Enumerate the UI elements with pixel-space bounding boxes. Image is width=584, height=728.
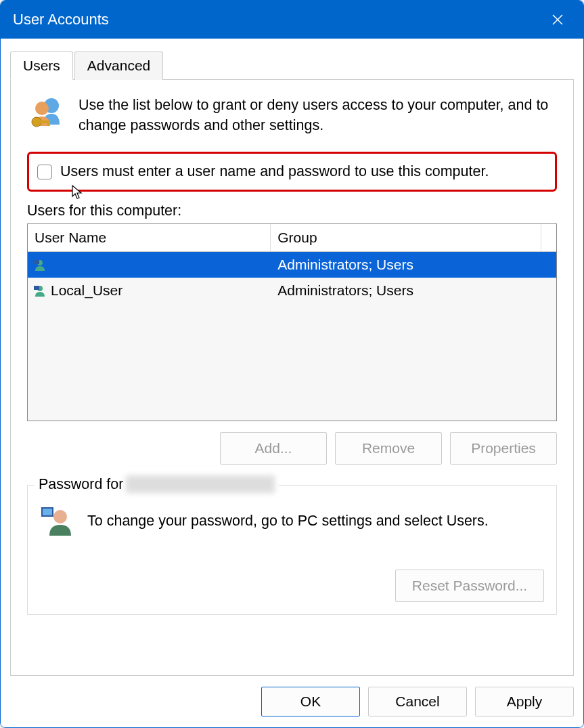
require-login-checkbox[interactable] [37, 165, 52, 179]
close-icon [552, 14, 564, 26]
user-avatar-icon [40, 505, 72, 537]
svg-rect-10 [43, 509, 52, 515]
cell-group: Administrators; Users [271, 282, 556, 299]
apply-button[interactable]: Apply [475, 687, 574, 716]
intro-text: Use the list below to grant or deny user… [78, 95, 557, 135]
svg-rect-6 [34, 260, 39, 264]
reset-row: Reset Password... [40, 570, 544, 602]
close-button[interactable] [544, 6, 571, 33]
tab-panel-users: Use the list below to grant or deny user… [10, 79, 574, 676]
password-fieldset: Password for To change your password, go… [27, 485, 557, 615]
ok-button[interactable]: OK [261, 687, 360, 716]
svg-point-11 [53, 510, 67, 523]
svg-rect-8 [34, 286, 39, 290]
password-legend-username [126, 475, 275, 493]
password-legend: Password for [35, 475, 279, 493]
window-title: User Accounts [13, 11, 109, 28]
properties-button[interactable]: Properties [450, 432, 557, 465]
titlebar[interactable]: User Accounts [1, 1, 583, 39]
require-login-label: Users must enter a user name and passwor… [60, 163, 489, 180]
user-buttons-row: Add... Remove Properties [27, 432, 557, 465]
user-accounts-window: User Accounts Users Advanced Use the [0, 0, 584, 728]
password-instruction-text: To change your password, go to PC settin… [87, 513, 489, 530]
tab-strip: Users Advanced [10, 51, 574, 80]
svg-point-1 [35, 102, 49, 115]
user-icon [32, 258, 48, 272]
highlight-annotation: Users must enter a user name and passwor… [27, 152, 557, 192]
dialog-content: Users Advanced Use the list below to gra… [1, 39, 583, 676]
remove-button[interactable]: Remove [335, 432, 442, 465]
tab-advanced[interactable]: Advanced [74, 51, 163, 80]
column-header-username[interactable]: User Name [28, 224, 271, 251]
dialog-footer: OK Cancel Apply [1, 676, 583, 727]
column-header-group[interactable]: Group [271, 224, 556, 251]
password-row: To change your password, go to PC settin… [40, 505, 544, 537]
users-table: User Name Group Administrators; Users Lo… [27, 223, 557, 421]
table-body: Administrators; Users Local_User Adminis… [28, 252, 556, 303]
table-header: User Name Group [28, 224, 556, 252]
cursor-icon [71, 184, 85, 200]
table-row[interactable]: Administrators; Users [28, 252, 556, 278]
user-icon [32, 284, 48, 297]
tab-users[interactable]: Users [10, 51, 73, 80]
svg-rect-4 [47, 121, 49, 126]
reset-password-button[interactable]: Reset Password... [395, 570, 544, 602]
table-row[interactable]: Local_User Administrators; Users [28, 278, 556, 303]
require-login-row: Users must enter a user name and passwor… [37, 163, 547, 180]
add-button[interactable]: Add... [220, 432, 327, 465]
cell-group: Administrators; Users [271, 257, 556, 273]
intro-row: Use the list below to grant or deny user… [27, 95, 557, 135]
cancel-button[interactable]: Cancel [368, 687, 467, 716]
users-key-icon [27, 95, 66, 134]
cell-username: Local_User [51, 282, 271, 299]
users-list-label: Users for this computer: [27, 202, 557, 219]
password-legend-prefix: Password for [39, 476, 123, 493]
